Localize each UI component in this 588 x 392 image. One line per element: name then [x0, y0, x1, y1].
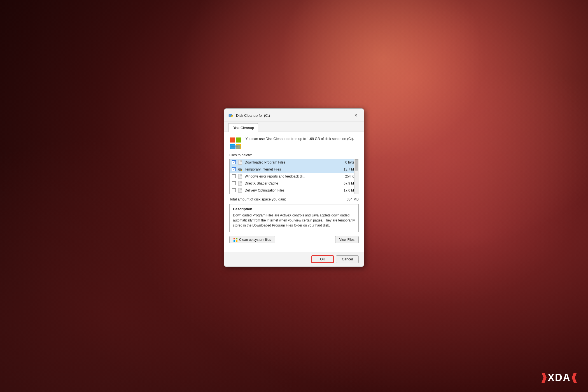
doc-icon-error — [238, 174, 242, 179]
file-list-scrollbar[interactable] — [354, 159, 359, 194]
cleanup-system-files-button[interactable]: Clean up system files — [229, 236, 275, 243]
svg-rect-2 — [229, 116, 231, 116]
file-icon-directx — [238, 181, 242, 186]
file-icon-temp-internet — [238, 167, 242, 172]
globe-lock-icon — [238, 167, 242, 172]
file-icon-error-reports — [238, 174, 242, 179]
total-row: Total amount of disk space you gain: 334… — [229, 197, 359, 201]
file-size-temp-internet: 13.7 MB — [339, 167, 356, 171]
info-section: You can use Disk Cleanup to free up to 1… — [229, 136, 359, 149]
view-files-button-label: View Files — [339, 238, 354, 242]
svg-rect-11 — [231, 146, 238, 146]
file-list-wrapper: Downloaded Program Files 0 bytes — [229, 159, 359, 194]
file-row-directx[interactable]: DirectX Shader Cache 67.9 MB — [230, 180, 358, 187]
file-size-delivery: 17.6 MB — [339, 188, 356, 192]
tab-disk-cleanup[interactable]: Disk Cleanup — [228, 123, 258, 132]
checkbox-error-reports[interactable] — [232, 174, 236, 178]
svg-rect-19 — [236, 240, 237, 242]
tab-bar: Disk Cleanup — [224, 122, 364, 132]
checkbox-temp-internet[interactable] — [232, 167, 236, 171]
file-name-directx: DirectX Shader Cache — [245, 181, 337, 185]
file-row-downloaded[interactable]: Downloaded Program Files 0 bytes — [230, 159, 358, 166]
file-size-directx: 67.9 MB — [339, 181, 356, 185]
dialog-overlay: Disk Cleanup for (C:) ✕ Disk Cleanup — [0, 0, 588, 392]
shield-icon — [234, 238, 237, 242]
file-row-temp-internet[interactable]: Temporary Internet Files 13.7 MB — [230, 166, 358, 173]
windows-disk-icon — [229, 137, 242, 149]
checkbox-directx[interactable] — [232, 181, 236, 185]
cleanup-system-button-label: Clean up system files — [239, 238, 271, 242]
file-size-downloaded: 0 bytes — [339, 160, 356, 164]
total-value: 334 MB — [347, 197, 359, 201]
svg-point-5 — [232, 115, 233, 116]
file-size-error-reports: 254 KB — [339, 174, 356, 178]
file-icon-downloaded — [238, 160, 242, 165]
svg-rect-17 — [236, 238, 237, 239]
dialog-title: Disk Cleanup for (C:) — [236, 113, 270, 118]
close-button[interactable]: ✕ — [352, 111, 360, 119]
svg-rect-15 — [241, 170, 242, 171]
description-text: Downloaded Program Files are ActiveX con… — [233, 213, 355, 228]
checkbox-downloaded[interactable] — [232, 160, 236, 164]
info-text: You can use Disk Cleanup to free up to 1… — [246, 136, 354, 142]
description-title: Description — [233, 207, 355, 211]
svg-rect-10 — [230, 145, 241, 149]
title-bar: Disk Cleanup for (C:) ✕ — [224, 109, 364, 122]
dialog-footer: OK Cancel — [224, 252, 364, 267]
svg-rect-7 — [236, 137, 241, 143]
total-label: Total amount of disk space you gain: — [229, 197, 286, 201]
file-name-delivery: Delivery Optimization Files — [245, 188, 337, 192]
svg-rect-1 — [229, 115, 232, 115]
checkbox-delivery[interactable] — [232, 188, 236, 192]
ok-button[interactable]: OK — [311, 255, 334, 263]
dialog-content: You can use Disk Cleanup to free up to 1… — [224, 132, 364, 252]
file-name-temp-internet: Temporary Internet Files — [245, 167, 337, 171]
view-files-button[interactable]: View Files — [335, 236, 359, 243]
doc-icon-directx — [238, 181, 242, 186]
description-box: Description Downloaded Program Files are… — [229, 204, 359, 232]
file-name-error-reports: Windows error reports and feedback di... — [245, 174, 337, 178]
title-bar-left: Disk Cleanup for (C:) — [228, 113, 270, 118]
svg-rect-18 — [234, 240, 235, 242]
files-to-delete-label: Files to delete: — [229, 153, 359, 157]
disk-cleanup-titlebar-icon — [228, 113, 234, 118]
svg-rect-6 — [230, 137, 235, 143]
file-icon-delivery — [238, 188, 242, 193]
doc-icon — [238, 160, 242, 165]
file-list: Downloaded Program Files 0 bytes — [229, 159, 359, 194]
disk-cleanup-dialog: Disk Cleanup for (C:) ✕ Disk Cleanup — [224, 108, 364, 267]
file-row-delivery[interactable]: Delivery Optimization Files 17.6 MB — [230, 187, 358, 194]
file-row-error-reports[interactable]: Windows error reports and feedback di...… — [230, 173, 358, 180]
bottom-buttons: Clean up system files View Files — [229, 236, 359, 243]
scrollbar-thumb — [355, 159, 358, 171]
doc-icon-delivery — [238, 188, 242, 193]
svg-rect-16 — [234, 238, 235, 239]
file-name-downloaded: Downloaded Program Files — [245, 160, 337, 164]
cancel-button[interactable]: Cancel — [336, 255, 359, 263]
